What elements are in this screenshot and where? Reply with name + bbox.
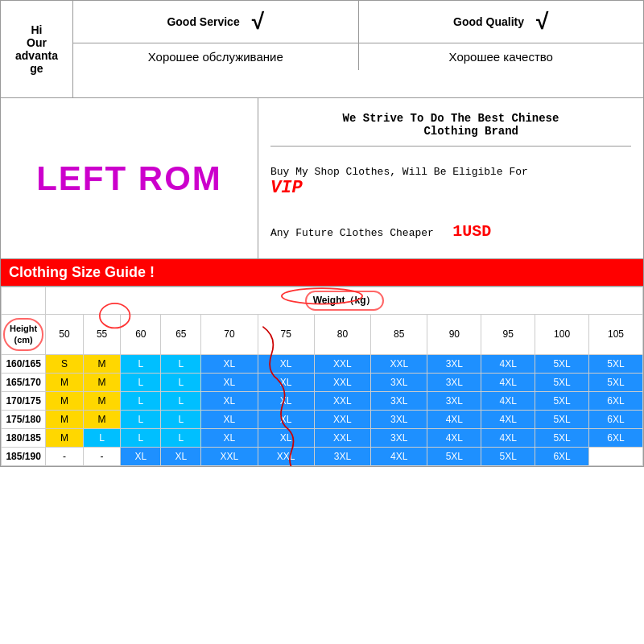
size-cell: L (121, 354, 161, 373)
size-cell: 4XL (371, 447, 427, 465)
size-cell: 5XL (427, 447, 481, 465)
size-cell: 4XL (481, 428, 535, 447)
size-cell: 5XL (481, 447, 535, 465)
size-cell: L (121, 428, 161, 447)
size-cell: 4XL (481, 373, 535, 391)
size-cell: M (46, 391, 84, 410)
size-cell: XL (258, 391, 314, 410)
height-cell: 165/170 (2, 373, 46, 391)
table-row: 180/185 M L L L XL XL XXL 3XL 4XL 4XL 5X… (2, 428, 643, 447)
promo-line2: Buy My Shop Clothes, Will Be Eligible Fo… (270, 158, 631, 206)
size-cell: XXL (314, 410, 370, 428)
promo-vip: VIP (270, 178, 303, 198)
size-cell: XL (201, 428, 258, 447)
height-circle: Height(cm) (3, 318, 43, 351)
col-55: 55 (83, 315, 121, 355)
col-90: 90 (427, 315, 481, 355)
size-cell: 6XL (589, 428, 643, 447)
table-row: 160/165 S M L L XL XL XXL XXL 3XL 4XL 5X… (2, 354, 643, 373)
size-cell: XL (258, 428, 314, 447)
size-cell: XL (258, 354, 314, 373)
size-cell: L (161, 354, 201, 373)
size-cell: 5XL (535, 354, 589, 373)
size-cell: 4XL (427, 428, 481, 447)
height-cell: 160/165 (2, 354, 46, 373)
size-cell: L (121, 391, 161, 410)
advantage-bottom-row: Хорошее обслуживание Хорошее качество (73, 43, 643, 70)
size-cell: XL (201, 373, 258, 391)
good-quality-label: Good Quality (453, 15, 524, 28)
size-cell: L (161, 391, 201, 410)
size-cell: 3XL (371, 410, 427, 428)
size-cell: XXL (371, 354, 427, 373)
column-header-row: Height(cm) 50 55 60 65 70 75 80 85 90 95… (2, 315, 643, 355)
promo-section: LEFT ROM We Strive To Do The Best Chines… (0, 97, 644, 258)
size-cell: 6XL (589, 391, 643, 410)
size-cell: XXL (201, 447, 258, 465)
height-cell: 180/185 (2, 428, 46, 447)
size-table-wrapper: Weight（kg） Height(cm) 50 55 60 65 70 75 … (0, 286, 644, 467)
promo-price: 1USD (452, 222, 491, 241)
size-cell: XL (201, 410, 258, 428)
size-cell: 6XL (535, 447, 589, 465)
size-cell: 6XL (589, 410, 643, 428)
corner-cell (2, 287, 46, 315)
size-cell: 5XL (535, 373, 589, 391)
height-cell: 175/180 (2, 410, 46, 428)
size-cell: 5XL (589, 373, 643, 391)
size-cell: 4XL (481, 410, 535, 428)
col-85: 85 (371, 315, 427, 355)
size-table: Weight（kg） Height(cm) 50 55 60 65 70 75 … (1, 287, 643, 466)
size-cell: 3XL (427, 354, 481, 373)
size-cell: M (46, 410, 84, 428)
size-guide-header: Clothing Size Guide ! (0, 258, 644, 286)
size-cell: L (83, 428, 121, 447)
size-cell: M (83, 391, 121, 410)
size-cell: S (46, 354, 84, 373)
size-cell: 3XL (371, 373, 427, 391)
service-checkmark: √ (252, 9, 264, 35)
col-95: 95 (481, 315, 535, 355)
size-cell: M (46, 373, 84, 391)
size-cell: M (83, 354, 121, 373)
col-65: 65 (161, 315, 201, 355)
advantage-top-row: Good Service √ Good Quality √ (73, 1, 643, 43)
russian-service: Хорошее обслуживание (73, 43, 359, 70)
size-cell: 3XL (371, 391, 427, 410)
size-cell: XL (258, 410, 314, 428)
size-cell (589, 447, 643, 465)
promo-right: We Strive To Do The Best Chinese Clothin… (258, 98, 643, 258)
size-cell: XL (201, 391, 258, 410)
size-cell: 3XL (314, 447, 370, 465)
good-quality-cell: Good Quality √ (359, 1, 644, 43)
table-row: 170/175 M M L L XL XL XXL 3XL 3XL 4XL 5X… (2, 391, 643, 410)
weight-label-cell: Weight（kg） (46, 287, 643, 315)
size-cell: XXL (314, 428, 370, 447)
size-cell: L (121, 373, 161, 391)
russian-quality: Хорошее качество (359, 43, 644, 70)
size-cell: L (161, 410, 201, 428)
good-service-label: Good Service (167, 15, 239, 28)
size-cell: M (83, 373, 121, 391)
promo-line3-prefix: Any Future Clothes Cheaper (270, 227, 434, 239)
promo-left: LEFT ROM (1, 98, 258, 258)
size-cell: - (83, 447, 121, 465)
size-cell: 5XL (535, 391, 589, 410)
advantage-right: Good Service √ Good Quality √ Хорошее об… (73, 1, 643, 97)
size-cell: 4XL (481, 354, 535, 373)
height-header-cell: Height(cm) (2, 315, 46, 355)
size-cell: 3XL (427, 373, 481, 391)
size-cell: XL (121, 447, 161, 465)
promo-line1-text: We Strive To Do The Best Chinese Clothin… (343, 112, 559, 138)
size-cell: XXL (258, 447, 314, 465)
table-row: 165/170 M M L L XL XL XXL 3XL 3XL 4XL 5X… (2, 373, 643, 391)
col-80: 80 (314, 315, 370, 355)
size-cell: L (161, 373, 201, 391)
size-cell: XXL (314, 354, 370, 373)
size-cell: XXL (314, 373, 370, 391)
promo-left-text: LEFT ROM (36, 159, 222, 198)
size-cell: XXL (314, 391, 370, 410)
size-cell: L (121, 410, 161, 428)
col-105: 105 (589, 315, 643, 355)
col-50: 50 (46, 315, 84, 355)
